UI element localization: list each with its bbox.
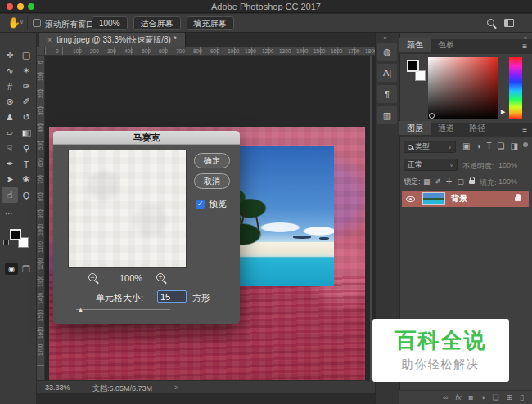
healing-brush-tool[interactable]: ⊛ bbox=[2, 94, 18, 110]
scroll-all-windows-checkbox[interactable] bbox=[33, 19, 41, 27]
character-panel-icon[interactable]: A| bbox=[377, 64, 397, 82]
fill-label: 填充: bbox=[480, 177, 497, 188]
delete-layer-icon[interactable]: ▯ bbox=[520, 393, 524, 402]
zoom-level-field[interactable]: 33.33% bbox=[45, 384, 70, 392]
preview-checkbox[interactable]: ✓ bbox=[196, 200, 205, 209]
layers-panel-tab[interactable]: 路径 bbox=[462, 121, 493, 135]
ruler-mark: 100 bbox=[38, 72, 43, 81]
hue-slider-pointer[interactable]: ▶ bbox=[501, 109, 505, 115]
layer-group-icon[interactable]: ❏ bbox=[492, 393, 498, 402]
mosaic-dialog: 马赛克 确定 取消 ✓ 预览 − 100% + 单元格大小: 方形 ▲ bbox=[53, 131, 240, 324]
view-button[interactable]: 100% bbox=[92, 16, 128, 30]
canvas-scrollbar[interactable] bbox=[370, 56, 372, 380]
libraries-panel-icon[interactable]: ◍ bbox=[377, 43, 397, 61]
edit-toolbar-icon[interactable]: ⋯ bbox=[5, 209, 14, 218]
quick-selection-tool[interactable]: ✶ bbox=[18, 63, 34, 79]
hand-tool-icon: ✋ bbox=[7, 16, 20, 29]
tool-preset-caret-icon[interactable]: ∨ bbox=[20, 19, 24, 25]
status-chevron-icon[interactable]: > bbox=[174, 384, 178, 392]
pen-tool[interactable]: ✒ bbox=[2, 156, 18, 172]
color-panel-tab[interactable]: 颜色 bbox=[399, 38, 431, 52]
lock-pixels-icon[interactable]: ✐ bbox=[435, 177, 442, 186]
dodge-tool[interactable]: ⚲ bbox=[18, 141, 34, 156]
type-filter-icon[interactable]: T bbox=[487, 141, 492, 150]
background-layer-row[interactable]: 背景 bbox=[402, 191, 529, 207]
zoom-in-icon[interactable]: + bbox=[156, 273, 165, 281]
lasso-tool[interactable]: ∿ bbox=[2, 63, 18, 79]
layer-visibility-eye-icon[interactable] bbox=[406, 196, 415, 202]
cell-size-slider-track[interactable] bbox=[76, 309, 170, 310]
layers-panel-tab[interactable]: 通道 bbox=[431, 121, 462, 135]
ok-button[interactable]: 确定 bbox=[194, 153, 230, 168]
adjustment-filter-icon[interactable]: ◑ bbox=[476, 141, 480, 150]
ruler-mark: 900 bbox=[210, 48, 219, 54]
cell-size-input[interactable] bbox=[157, 290, 187, 303]
link-layers-icon[interactable]: ∞ bbox=[443, 393, 448, 402]
path-select-tool[interactable]: ➤ bbox=[2, 172, 18, 187]
type-tool[interactable]: T bbox=[18, 156, 34, 172]
history-brush-tool[interactable]: ↺ bbox=[18, 110, 34, 125]
eyedropper-tool[interactable]: ✑ bbox=[18, 79, 34, 94]
cancel-button[interactable]: 取消 bbox=[194, 173, 230, 189]
filter-toggle-icon[interactable] bbox=[523, 142, 528, 147]
close-document-icon[interactable]: × bbox=[47, 36, 52, 44]
shape-filter-icon[interactable]: ❏ bbox=[498, 141, 505, 150]
fill-value[interactable]: 100% bbox=[498, 177, 517, 186]
layer-thumbnail[interactable] bbox=[422, 192, 445, 205]
tool-palette: ✛▢∿✶#✑⊛✐♟↺▱☟⚲✒T➤❀☝Q ⋯ ◉ ❐ bbox=[0, 33, 37, 404]
filter-preview-box[interactable] bbox=[68, 150, 187, 268]
blend-mode-select[interactable]: 正常 ∨ bbox=[404, 159, 458, 171]
marquee-tool[interactable]: ▢ bbox=[18, 47, 34, 63]
color-panel-menu-icon[interactable]: ≡ bbox=[522, 42, 527, 51]
document-tab[interactable]: × timg.jpeg @ 33.3%(快速蒙版/8) * bbox=[39, 33, 186, 47]
crop-tool[interactable]: # bbox=[2, 79, 18, 94]
color-picker-cursor[interactable] bbox=[429, 113, 435, 119]
layers-panel-menu-icon[interactable]: ≡ bbox=[522, 125, 527, 134]
screen-mode-button[interactable]: ❐ bbox=[22, 264, 30, 275]
panel-foreground-swatch[interactable] bbox=[407, 60, 419, 72]
zoom-out-icon[interactable]: − bbox=[88, 273, 97, 281]
search-icon[interactable] bbox=[487, 19, 494, 26]
layer-mask-icon[interactable]: ◙ bbox=[469, 393, 473, 402]
lock-transparency-icon[interactable]: ▦ bbox=[423, 177, 431, 186]
view-button[interactable]: 适合屏幕 bbox=[133, 16, 181, 30]
clone-stamp-tool[interactable]: ♟ bbox=[2, 110, 18, 125]
foreground-color-swatch[interactable] bbox=[10, 229, 21, 240]
new-layer-icon[interactable]: ⊞ bbox=[507, 393, 513, 402]
hue-slider[interactable] bbox=[509, 57, 522, 119]
view-button[interactable]: 填充屏幕 bbox=[187, 16, 234, 30]
gradient-tool[interactable] bbox=[18, 125, 34, 141]
adjustment-layer-icon[interactable]: ◑ bbox=[480, 393, 485, 402]
ruler-corner bbox=[37, 47, 45, 56]
move-tool[interactable]: ✛ bbox=[2, 47, 18, 63]
smudge-tool[interactable]: ☟ bbox=[2, 141, 18, 156]
glyphs-panel-icon[interactable]: ▥ bbox=[377, 106, 397, 124]
paragraph-panel-icon[interactable]: ¶ bbox=[377, 85, 397, 103]
ruler-mark: 300 bbox=[107, 48, 116, 54]
zoom-tool[interactable]: Q bbox=[18, 187, 34, 203]
brush-tool[interactable]: ✐ bbox=[18, 94, 34, 110]
blend-mode-row: 正常 ∨ 不透明度: 100% bbox=[404, 159, 528, 172]
smart-object-filter-icon[interactable]: ◨ bbox=[511, 141, 518, 150]
expand-dock-icon[interactable]: « bbox=[383, 34, 386, 42]
saturation-brightness-picker[interactable] bbox=[428, 57, 498, 119]
hand-tool[interactable]: ☝ bbox=[2, 187, 18, 203]
dialog-title[interactable]: 马赛克 bbox=[53, 131, 240, 145]
opacity-value[interactable]: 100% bbox=[498, 161, 517, 169]
layers-panel-tab[interactable]: 图层 bbox=[399, 121, 431, 135]
default-colors-icon[interactable] bbox=[3, 240, 9, 245]
shape-tool[interactable]: ❀ bbox=[18, 172, 34, 187]
color-panel-tab[interactable]: 色板 bbox=[431, 38, 462, 52]
lock-all-icon[interactable] bbox=[469, 177, 475, 186]
workspace-switcher-icon[interactable] bbox=[504, 19, 514, 27]
pixel-filter-icon[interactable]: ▣ bbox=[462, 141, 470, 150]
opacity-label: 不透明度: bbox=[462, 161, 494, 172]
layer-search-select[interactable]: 类型 ∨ bbox=[404, 141, 456, 153]
layer-effects-icon[interactable]: fx bbox=[456, 393, 462, 402]
lock-position-icon[interactable]: ✛ bbox=[446, 177, 453, 186]
lock-artboard-icon[interactable]: ▢ bbox=[458, 177, 465, 186]
eraser-tool[interactable]: ▱ bbox=[2, 125, 18, 141]
quick-mask-mode-button[interactable]: ◉ bbox=[5, 263, 18, 275]
cell-size-slider-thumb[interactable]: ▲ bbox=[77, 306, 84, 314]
photoshop-window: Adobe Photoshop CC 2017 ✋ ∨ 滚动所有窗口 100%适… bbox=[0, 0, 532, 404]
